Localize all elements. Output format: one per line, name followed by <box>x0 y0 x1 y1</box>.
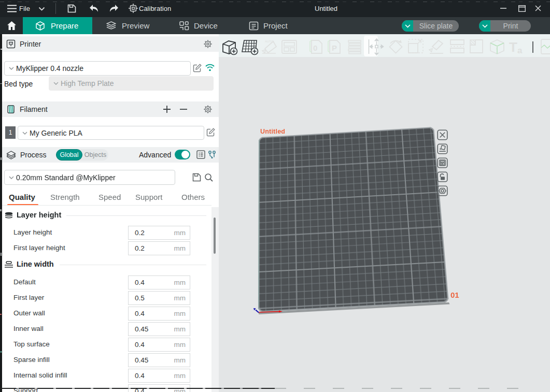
svg-text:T: T <box>509 39 517 55</box>
svg-text:AUTO: AUTO <box>265 40 274 43</box>
svg-text:a: a <box>517 46 523 55</box>
svg-text:P: P <box>332 43 337 52</box>
svg-text:0: 0 <box>313 43 317 52</box>
